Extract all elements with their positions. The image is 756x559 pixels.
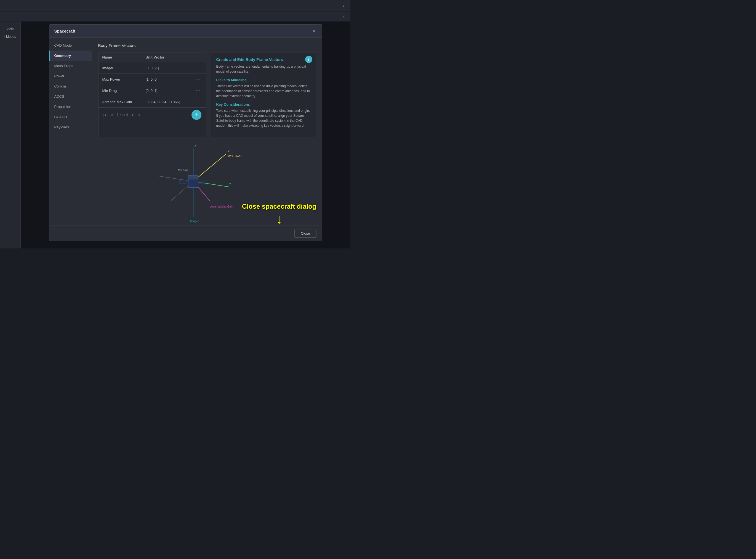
3d-viz-svg: X Z Y Max Power Min Drag Imager Antenna … xyxy=(152,143,262,220)
svg-rect-10 xyxy=(199,180,207,183)
table-row: Max Power [1, 0, 0] ··· xyxy=(98,74,206,85)
vectors-table-panel: Name Unit Vector Imager [0, 0, -1] xyxy=(98,52,206,137)
nav-item-ccdh[interactable]: CC&DH xyxy=(49,112,92,122)
info-heading: Create and Edit Body Frame Vectors xyxy=(216,58,311,62)
chevron-down-icon: ∨ xyxy=(342,4,345,7)
prev-page-button[interactable]: < xyxy=(109,112,115,118)
info-panel: i Create and Edit Body Frame Vectors Bod… xyxy=(211,52,316,137)
spacecraft-dialog: Spacecraft × CAD Model Geometry Mass Pro… xyxy=(49,24,322,241)
svg-line-3 xyxy=(157,176,193,181)
row-actions: ··· xyxy=(190,62,206,74)
info-icon: i xyxy=(305,56,312,63)
side-label-2: l Modes xyxy=(0,32,20,41)
dialog-title: Spacecraft xyxy=(54,29,76,33)
y-axis-label: Y xyxy=(229,183,231,186)
svg-rect-8 xyxy=(188,175,198,179)
imager-label: Imager xyxy=(190,220,199,223)
side-label-1: odes xyxy=(0,24,20,32)
section-title: Body Frame Vectors xyxy=(98,43,316,48)
close-dialog-button[interactable]: Close xyxy=(294,229,316,238)
nav-sidebar: CAD Model Geometry Mass Props Power Comm… xyxy=(49,38,92,226)
nav-item-propulsion[interactable]: Propulsion xyxy=(49,102,92,112)
col-vector-header: Unit Vector xyxy=(142,52,190,62)
min-drag-label: Min Drag xyxy=(178,169,188,172)
side-panel: odes l Modes xyxy=(0,22,21,248)
row-name: Imager xyxy=(98,62,142,74)
last-page-button[interactable]: >| xyxy=(137,112,143,118)
main-content: Body Frame Vectors Name Unit Vector xyxy=(92,38,322,226)
chevron-down-icon-2: ∨ xyxy=(342,14,345,18)
info-considerations-heading: Key Considerations xyxy=(216,103,311,107)
dialog-header: Spacecraft × xyxy=(49,25,322,38)
nav-item-mass-props[interactable]: Mass Props xyxy=(49,61,92,71)
z-axis-label: Z xyxy=(194,144,196,148)
nav-item-adcs[interactable]: ADCS xyxy=(49,91,92,102)
dialog-backdrop: Spacecraft × CAD Model Geometry Mass Pro… xyxy=(21,22,350,248)
content-top: Name Unit Vector Imager [0, 0, -1] xyxy=(98,52,316,137)
table-row: Min Drag [0, 0, 1] ··· xyxy=(98,85,206,96)
second-bar: ∨ xyxy=(0,12,350,21)
row-menu-button[interactable]: ··· xyxy=(194,65,202,71)
next-page-button[interactable]: > xyxy=(130,112,136,118)
row-actions: ··· xyxy=(190,74,206,85)
nav-item-comms[interactable]: Comms xyxy=(49,81,92,91)
row-menu-button[interactable]: ··· xyxy=(194,88,202,94)
row-vector: [0, 0, -1] xyxy=(142,62,190,74)
info-description: Body frame vectors are fundamental to bu… xyxy=(216,64,311,74)
row-actions: ··· xyxy=(190,96,206,108)
visualization-area: X Z Y Max Power Min Drag Imager Antenna … xyxy=(98,143,316,220)
x-axis-label: X xyxy=(228,150,230,153)
svg-rect-9 xyxy=(179,180,187,183)
info-links-text: These unit vectors will be used to drive… xyxy=(216,84,311,98)
row-vector: [1, 0, 0] xyxy=(142,74,190,85)
col-name-header: Name xyxy=(98,52,142,62)
row-actions: ··· xyxy=(190,85,206,96)
antenna-label: Antenna Max Gain xyxy=(210,205,233,208)
vectors-table: Name Unit Vector Imager [0, 0, -1] xyxy=(98,52,206,107)
nav-item-cad-model[interactable]: CAD Model xyxy=(49,40,92,50)
row-vector: [0, 0, 1] xyxy=(142,85,190,96)
dialog-body: CAD Model Geometry Mass Props Power Comm… xyxy=(49,38,322,226)
row-name: Max Power xyxy=(98,74,142,85)
first-page-button[interactable]: |< xyxy=(102,112,108,118)
info-considerations-text: Take care when establishing your princip… xyxy=(216,108,311,128)
nav-item-geometry[interactable]: Geometry xyxy=(49,50,92,61)
col-actions-header xyxy=(190,52,206,62)
table-row: Imager [0, 0, -1] ··· xyxy=(98,62,206,74)
row-vector: [0.354, 0.354, -0.866] xyxy=(142,96,190,108)
nav-item-payloads[interactable]: Payloads xyxy=(49,122,92,132)
row-menu-button[interactable]: ··· xyxy=(194,76,202,82)
row-name: Min Drag xyxy=(98,85,142,96)
nav-item-power[interactable]: Power xyxy=(49,71,92,81)
pagination: |< < 1-4 of 4 > >| xyxy=(102,112,143,118)
max-power-label: Max Power xyxy=(228,155,242,158)
dialog-close-button[interactable]: × xyxy=(311,28,317,34)
row-name: Antenna Max Gain xyxy=(98,96,142,108)
top-bar: ∨ xyxy=(0,0,350,11)
add-vector-button[interactable]: + xyxy=(191,110,201,120)
info-links-heading: Links to Modeling xyxy=(216,78,311,82)
svg-line-2 xyxy=(193,181,229,187)
row-menu-button[interactable]: ··· xyxy=(194,99,202,105)
table-footer: |< < 1-4 of 4 > >| + xyxy=(98,107,206,122)
page-info: 1-4 of 4 xyxy=(117,113,128,117)
table-row: Antenna Max Gain [0.354, 0.354, -0.866] … xyxy=(98,96,206,108)
dialog-footer: Close xyxy=(49,226,322,241)
